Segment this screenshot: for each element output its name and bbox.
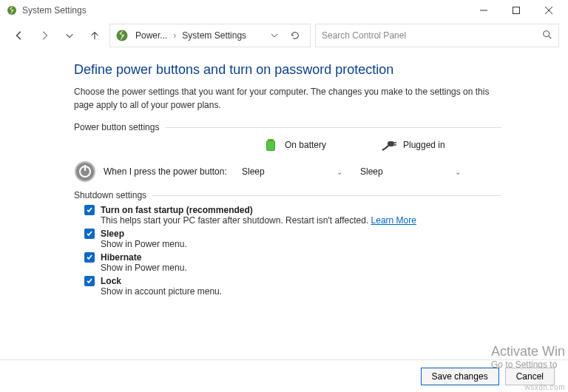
checkbox-lock[interactable] — [84, 276, 95, 286]
svg-point-6 — [544, 30, 550, 36]
lock-label: Lock — [101, 276, 121, 286]
fast-startup-desc: This helps start your PC faster after sh… — [101, 215, 368, 226]
toolbar: Power... › System Settings Search Contro… — [0, 21, 568, 55]
power-button-battery-select[interactable]: Sleep⌄ — [237, 163, 348, 180]
svg-rect-11 — [388, 141, 394, 146]
app-plug-icon — [6, 4, 18, 16]
chevron-down-icon: ⌄ — [337, 168, 342, 176]
search-box[interactable]: Search Control Panel — [315, 24, 559, 47]
address-plug-icon — [115, 28, 129, 43]
hibernate-label: Hibernate — [101, 252, 141, 263]
up-button[interactable] — [84, 25, 105, 46]
chevron-right-icon: › — [170, 30, 179, 41]
window-title: System Settings — [22, 5, 467, 16]
checkbox-fast-startup[interactable] — [84, 205, 95, 215]
cancel-button[interactable]: Cancel — [505, 368, 555, 385]
refresh-button[interactable] — [285, 30, 305, 41]
forward-button[interactable] — [34, 25, 55, 46]
content-area: Define power buttons and turn on passwor… — [0, 55, 568, 359]
sleep-desc: Show in Power menu. — [101, 239, 501, 249]
sleep-label: Sleep — [101, 229, 124, 239]
svg-line-7 — [549, 36, 552, 38]
close-button[interactable] — [532, 0, 565, 21]
minimize-button[interactable] — [467, 0, 500, 21]
svg-rect-2 — [513, 7, 520, 14]
plug-icon — [381, 137, 397, 153]
battery-icon — [263, 137, 279, 153]
col-battery-label: On battery — [285, 140, 326, 150]
section-power-button: Power button settings — [74, 122, 501, 132]
address-bar[interactable]: Power... › System Settings — [109, 24, 311, 47]
chevron-down-icon: ⌄ — [455, 168, 461, 176]
address-dropdown[interactable] — [264, 32, 285, 39]
checkbox-sleep[interactable] — [84, 229, 95, 239]
titlebar: System Settings — [0, 0, 568, 21]
hibernate-desc: Show in Power menu. — [101, 263, 501, 273]
power-button-label: When I press the power button: — [104, 166, 237, 177]
learn-more-link[interactable]: Learn More — [371, 215, 416, 226]
power-button-plugged-select[interactable]: Sleep⌄ — [355, 163, 466, 180]
checkbox-hibernate[interactable] — [84, 252, 95, 263]
fast-startup-label: Turn on fast startup (recommended) — [101, 205, 253, 215]
back-button[interactable] — [9, 25, 30, 46]
recent-dropdown[interactable] — [59, 25, 80, 46]
breadcrumb-item-system-settings[interactable]: System Settings — [179, 30, 249, 41]
breadcrumb-item-power[interactable]: Power... — [132, 30, 170, 41]
footer: Save changes Cancel — [0, 359, 568, 392]
power-button-row: When I press the power button: Sleep⌄ Sl… — [74, 160, 501, 183]
search-placeholder: Search Control Panel — [322, 30, 542, 41]
page-heading: Define power buttons and turn on passwor… — [74, 62, 501, 78]
column-headers: On battery Plugged in — [74, 137, 501, 153]
col-plugged-label: Plugged in — [403, 140, 445, 150]
page-description: Choose the power settings that you want … — [74, 85, 501, 112]
search-icon — [542, 30, 552, 42]
svg-rect-10 — [267, 141, 274, 150]
section-shutdown: Shutdown settings — [74, 190, 501, 200]
attribution: wsxdn.com — [524, 383, 565, 391]
save-changes-button[interactable]: Save changes — [421, 368, 499, 385]
lock-desc: Show in account picture menu. — [101, 286, 501, 297]
power-button-icon — [74, 160, 96, 183]
maximize-button[interactable] — [500, 0, 532, 21]
